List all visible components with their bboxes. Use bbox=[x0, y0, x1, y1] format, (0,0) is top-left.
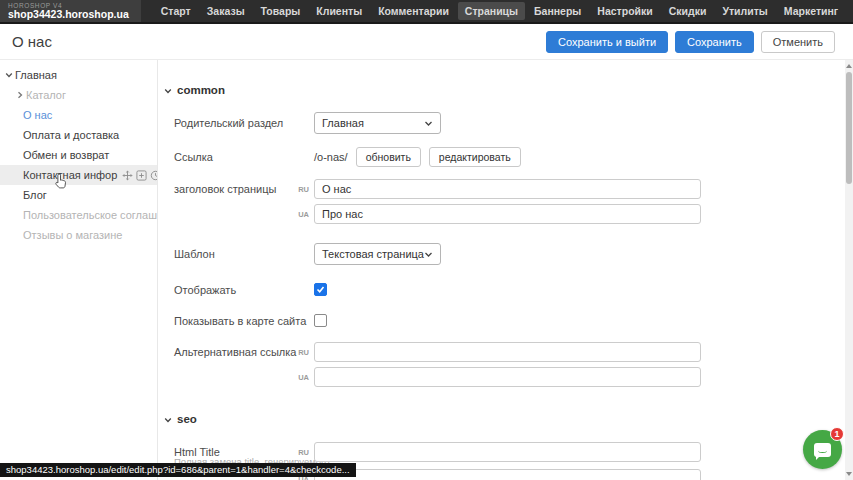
tree-item-catalog[interactable]: Каталог bbox=[0, 85, 157, 105]
status-url-tooltip: shop34423.horoshop.ua/edit/edit.php?id=6… bbox=[0, 463, 356, 477]
alt-link-ua-input[interactable] bbox=[314, 367, 701, 387]
tree-item-user-agreement[interactable]: Пользовательское соглашение bbox=[0, 205, 157, 225]
tree-item-label: Главная bbox=[15, 69, 57, 81]
save-button[interactable]: Сохранить bbox=[675, 31, 754, 53]
shop-domain: shop34423.horoshop.ua bbox=[8, 9, 129, 20]
template-label: Шаблон bbox=[174, 243, 215, 265]
parent-section-value: Главная bbox=[322, 117, 364, 129]
tree-item-home[interactable]: Главная bbox=[0, 65, 157, 85]
link-value: /o-nas/ bbox=[314, 151, 348, 163]
link-edit-button[interactable]: редактировать bbox=[429, 147, 521, 167]
chevron-down-icon bbox=[164, 410, 172, 428]
tree-item-label: Контактная инфор bbox=[23, 169, 117, 181]
page-title-label: заголовок страницы bbox=[174, 178, 276, 200]
page-title-ua-row: UA bbox=[158, 203, 845, 225]
page-title-ru-input[interactable] bbox=[314, 179, 701, 199]
nav-item-orders[interactable]: Заказы bbox=[200, 2, 252, 20]
template-row: Шаблон Текстовая страница bbox=[158, 243, 845, 265]
page-title-ua-input[interactable] bbox=[314, 204, 701, 224]
nav-item-products[interactable]: Товары bbox=[254, 2, 308, 20]
parent-section-label: Родительский раздел bbox=[174, 112, 283, 134]
html-title-ru-row: Html Title Полная замена title, генериру… bbox=[158, 441, 845, 463]
section-seo[interactable]: seo bbox=[164, 410, 197, 428]
nav-item-comments[interactable]: Комментарии bbox=[371, 2, 456, 20]
scrollbar-thumb[interactable] bbox=[846, 72, 852, 184]
page-title-ru-row: заголовок страницы RU bbox=[158, 178, 845, 200]
chat-bubble-icon bbox=[814, 443, 831, 457]
chevron-right-icon bbox=[15, 91, 24, 99]
alt-link-ua-row: UA bbox=[158, 366, 845, 388]
sitemap-label: Показывать в карте сайта bbox=[174, 310, 306, 332]
lang-tag-ru: RU bbox=[292, 341, 309, 363]
section-seo-label: seo bbox=[177, 413, 197, 425]
chat-unread-badge: 1 bbox=[830, 427, 844, 441]
tree-item-label: Отзывы о магазине bbox=[23, 229, 122, 241]
vertical-scrollbar[interactable] bbox=[845, 60, 853, 480]
topbar: HOROSHOP V4 shop34423.horoshop.ua СтартЗ… bbox=[0, 0, 853, 24]
nav-item-banners[interactable]: Баннеры bbox=[527, 2, 588, 20]
html-title-ua-input[interactable] bbox=[314, 469, 701, 480]
top-nav: СтартЗаказыТоварыКлиентыКомментарииСтран… bbox=[153, 0, 853, 22]
page-header: О нас Сохранить и выйти Сохранить Отмени… bbox=[0, 24, 853, 60]
alt-link-label: Альтернативная ссылка bbox=[174, 341, 296, 363]
tree-item-label: Обмен и возврат bbox=[23, 149, 109, 161]
nav-item-settings[interactable]: Настройки bbox=[590, 2, 659, 20]
display-row: Отображать bbox=[158, 279, 845, 301]
link-update-button[interactable]: обновить bbox=[356, 147, 421, 167]
section-common[interactable]: common bbox=[164, 81, 225, 99]
chevron-down-icon bbox=[4, 71, 13, 79]
chevron-down-icon bbox=[424, 250, 433, 259]
lang-tag-ru: RU bbox=[292, 178, 309, 200]
tree-item-exchange-return[interactable]: Обмен и возврат bbox=[0, 145, 157, 165]
nav-item-seo[interactable]: Seo bbox=[847, 2, 853, 20]
sidebar-tree: ГлавнаяКаталогО насОплата и доставкаОбме… bbox=[0, 60, 157, 480]
cancel-button[interactable]: Отменить bbox=[761, 31, 835, 53]
header-buttons: Сохранить и выйти Сохранить Отменить bbox=[546, 31, 835, 53]
tree-item-contact-info[interactable]: Контактная инфор bbox=[0, 165, 157, 185]
template-select[interactable]: Текстовая страница bbox=[314, 243, 441, 265]
nav-item-marketing[interactable]: Маркетинг bbox=[777, 2, 845, 20]
display-checkbox[interactable] bbox=[314, 283, 327, 296]
sitemap-row: Показывать в карте сайта bbox=[158, 310, 845, 332]
tree-item-label: Блог bbox=[23, 189, 47, 201]
scroll-up-icon[interactable] bbox=[845, 61, 853, 71]
nav-item-discounts[interactable]: Скидки bbox=[662, 2, 714, 20]
tree-item-label: О нас bbox=[23, 109, 52, 121]
html-title-ru-input[interactable] bbox=[314, 442, 701, 462]
alt-link-ru-row: Альтернативная ссылка RU bbox=[158, 341, 845, 363]
brand-logo[interactable]: HOROSHOP V4 shop34423.horoshop.ua bbox=[0, 0, 141, 22]
page-title: О нас bbox=[12, 33, 52, 50]
nav-item-clients[interactable]: Клиенты bbox=[309, 2, 369, 20]
page-edit-form: common Родительский раздел Главная Ссылк… bbox=[157, 60, 845, 480]
parent-section-row: Родительский раздел Главная bbox=[158, 112, 845, 134]
save-exit-button[interactable]: Сохранить и выйти bbox=[546, 31, 668, 53]
link-row: Ссылка /o-nas/ обновить редактировать bbox=[158, 146, 845, 168]
parent-section-select[interactable]: Главная bbox=[314, 112, 441, 134]
template-value: Текстовая страница bbox=[322, 248, 424, 260]
tree-item-about[interactable]: О нас bbox=[0, 105, 157, 125]
chevron-down-icon bbox=[424, 119, 433, 128]
display-label: Отображать bbox=[174, 279, 236, 301]
tree-item-blog[interactable]: Блог bbox=[0, 185, 157, 205]
lang-tag-ua: UA bbox=[292, 203, 309, 225]
chevron-down-icon bbox=[164, 81, 172, 99]
tree-item-store-reviews[interactable]: Отзывы о магазине bbox=[0, 225, 157, 245]
section-common-label: common bbox=[177, 84, 225, 96]
sitemap-checkbox[interactable] bbox=[314, 314, 327, 327]
alt-link-ru-input[interactable] bbox=[314, 342, 701, 362]
app-window: HOROSHOP V4 shop34423.horoshop.ua СтартЗ… bbox=[0, 0, 853, 480]
move-icon[interactable] bbox=[122, 170, 133, 181]
lang-tag-ua: UA bbox=[292, 366, 309, 388]
scroll-down-icon[interactable] bbox=[845, 469, 853, 479]
tree-item-label: Оплата и доставка bbox=[23, 129, 119, 141]
lang-tag-ru: RU bbox=[292, 441, 309, 463]
nav-item-utilities[interactable]: Утилиты bbox=[715, 2, 774, 20]
link-label: Ссылка bbox=[174, 146, 213, 168]
nav-item-pages[interactable]: Страницы bbox=[458, 2, 525, 20]
tree-item-label: Каталог bbox=[26, 89, 66, 101]
nav-item-start[interactable]: Старт bbox=[154, 2, 198, 20]
add-icon[interactable] bbox=[136, 170, 147, 181]
tree-item-payment-delivery[interactable]: Оплата и доставка bbox=[0, 125, 157, 145]
chat-widget-button[interactable]: 1 bbox=[803, 430, 842, 469]
